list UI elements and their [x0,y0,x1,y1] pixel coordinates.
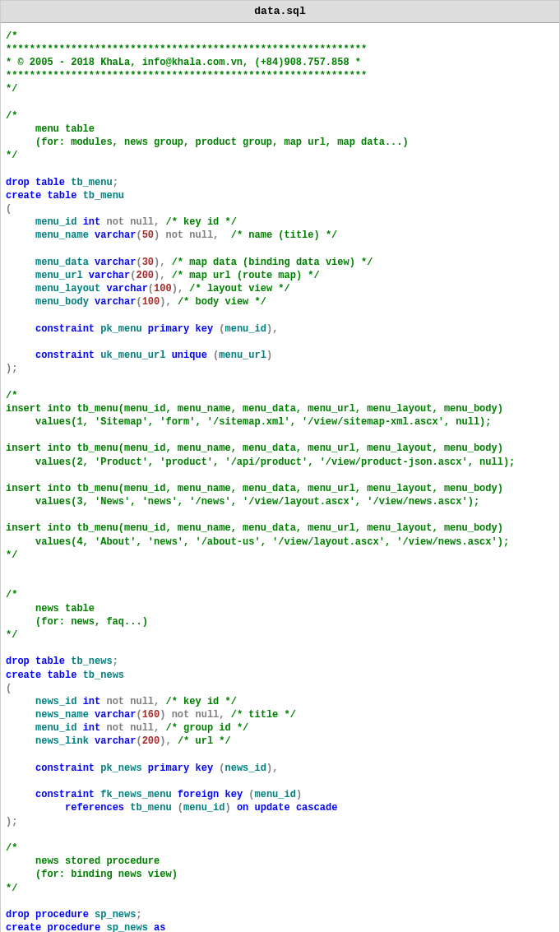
drop-tb-menu: drop table tb_menu; [6,177,118,188]
header-comment: /* *************************************… [6,30,367,95]
create-sp-news: create procedure sp_news as [6,922,165,932]
menu-section-comment: /* menu table (for: modules, news group,… [6,110,409,162]
code-body: /* *************************************… [1,23,559,932]
news-section-comment: /* news table (for: news, faq...) */ [6,589,148,641]
insert-comment: /* insert into tb_menu(menu_id, menu_nam… [6,390,515,561]
create-tb-menu: create table tb_menu [6,190,124,202]
window-title: data.sql [1,1,559,23]
proc-comment: /* news stored procedure (for: binding n… [6,842,178,894]
drop-sp-news: drop procedure sp_news; [6,909,142,920]
code-window: data.sql /* ****************************… [0,0,560,932]
create-tb-news: create table tb_news [6,670,124,681]
drop-tb-news: drop table tb_news; [6,656,118,667]
